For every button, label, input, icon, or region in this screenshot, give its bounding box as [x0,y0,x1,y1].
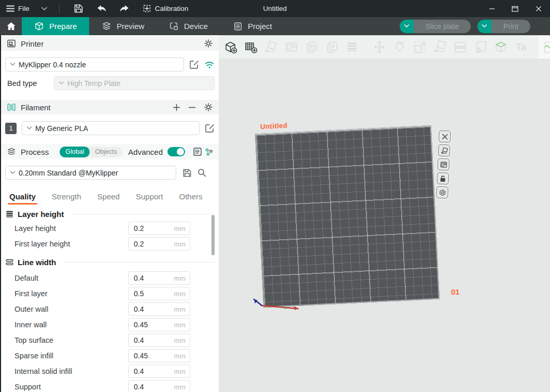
bed-type-label: Bed type [5,79,49,88]
redo-button[interactable] [117,2,132,16]
param-field: mm [128,318,190,331]
calibration-menu-item[interactable]: Calibration [143,4,189,13]
param-input[interactable] [129,383,165,391]
home-button[interactable] [0,17,22,35]
filament-icon [7,103,16,112]
axes-indicator [249,297,311,317]
process-section-title: Process [21,148,49,156]
arrange-plate-button[interactable] [438,158,450,171]
tab-others[interactable]: Others [179,192,203,201]
lock-plate-button[interactable] [436,172,449,184]
maximize-button[interactable] [503,0,527,17]
tab-preview-label: Preview [117,22,144,31]
plate-settings-button[interactable] [436,186,448,198]
search-icon [197,168,207,178]
tab-project[interactable]: Project [221,17,288,35]
print-dropdown-button[interactable] [477,20,491,33]
delete-plate-button[interactable] [439,130,451,143]
scale-tool-icon[interactable] [412,39,428,55]
orient-plate-button[interactable] [438,144,450,157]
param-input[interactable] [129,274,165,282]
file-menu-button[interactable]: File [6,5,30,12]
scope-global-button[interactable]: Global [60,147,90,157]
compare-presets-button[interactable] [205,148,213,156]
edit-printer-preset-button[interactable] [189,60,199,69]
param-input[interactable] [129,336,165,344]
auto-orient-icon[interactable] [263,39,279,55]
param-input[interactable] [129,305,165,313]
rotate-tool-icon[interactable] [392,39,407,55]
tab-prepare[interactable]: Prepare [22,17,89,35]
save-button[interactable] [71,2,87,16]
filament-settings-button[interactable] [204,103,213,112]
tab-device[interactable]: Device [157,17,221,35]
printer-connection-button[interactable] [204,60,215,69]
param-input[interactable] [129,240,165,248]
split-parts-icon[interactable]: P [324,39,340,55]
printer-settings-button[interactable] [204,39,213,48]
param-group-title: Line width [18,258,56,267]
param-input[interactable] [129,289,165,298]
tab-preview[interactable]: Preview [89,17,157,35]
move-tool-icon[interactable] [372,39,387,55]
tab-strength[interactable]: Strength [52,192,81,201]
save-preset-button[interactable] [182,168,192,178]
support-painting-icon[interactable] [493,39,509,55]
mesh-boolean-icon[interactable] [473,39,488,55]
param-row: Outer wall mm [5,302,215,316]
text-tool-icon[interactable]: Ta [513,39,529,55]
param-input[interactable] [129,367,165,375]
build-plate[interactable] [255,125,440,308]
param-input[interactable] [129,321,165,329]
tune-icon [205,148,213,156]
undo-button[interactable] [94,2,109,16]
minimize-button[interactable] [480,0,503,17]
bed-type-combo[interactable]: High Temp Plate [54,76,215,90]
plate-button-stack [436,130,451,199]
slice-plate-button[interactable]: Slice plate [414,20,471,33]
scope-objects-button[interactable]: Objects [90,147,122,156]
add-filament-button[interactable] [173,104,180,111]
tab-speed[interactable]: Speed [97,192,120,201]
process-preset-combo[interactable]: 0.20mm Standard @MyKlipper [5,166,176,180]
edit-icon [189,60,199,69]
tab-prepare-label: Prepare [49,22,77,31]
remove-filament-button[interactable] [188,104,196,111]
tab-support[interactable]: Support [136,192,163,201]
gear-icon [204,39,213,48]
param-input[interactable] [129,224,165,233]
undo-icon [96,5,107,13]
seam-painting-icon[interactable] [543,39,550,55]
param-input[interactable] [129,352,165,360]
variable-layer-height-icon[interactable] [344,39,360,55]
split-objects-icon[interactable]: O [304,39,319,55]
param-unit: mm [174,240,190,248]
chevron-down-icon[interactable] [41,7,48,11]
param-unit: mm [174,274,190,282]
wifi-icon [204,60,215,69]
add-plate-icon[interactable] [243,39,259,55]
cut-tool-icon[interactable] [453,39,468,55]
param-unit: mm [174,368,190,375]
filament-preset-combo[interactable]: My Generic PLA [22,121,200,135]
print-split-button: Print [477,20,530,33]
close-button[interactable] [527,0,550,17]
search-settings-button[interactable] [197,168,207,178]
tab-quality[interactable]: Quality [9,192,36,201]
toolbar-overflow-area [539,35,550,59]
y-axis-dot [284,307,286,309]
scrollbar-thumb[interactable] [211,215,215,255]
add-object-icon[interactable] [223,39,238,55]
print-button[interactable]: Print [491,20,530,33]
lay-on-face-icon[interactable] [432,39,448,55]
process-settings-list-button[interactable] [193,147,202,156]
advanced-toggle[interactable] [167,147,185,156]
orient-plate-icon [440,147,448,154]
param-field: mm [128,287,190,300]
edit-filament-preset-button[interactable] [205,123,215,133]
param-row: Layer height mm [5,222,215,235]
slice-dropdown-button[interactable] [400,20,414,33]
printer-preset-combo[interactable]: MyKlipper 0.4 nozzle [5,57,184,71]
arrange-icon[interactable] [284,39,299,55]
viewport-3d[interactable]: O P Ta Untitled 01 [219,35,550,392]
